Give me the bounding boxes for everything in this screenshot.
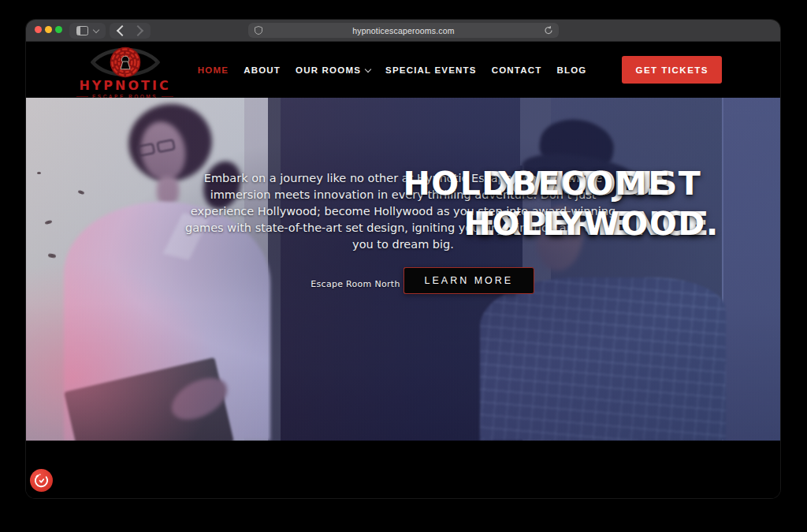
sidebar-icon	[76, 26, 88, 35]
learn-more-button[interactable]: LEARN MORE	[404, 267, 535, 294]
chevron-down-icon	[365, 65, 371, 72]
chevron-down-icon	[93, 26, 99, 32]
minimize-window-button[interactable]	[45, 26, 52, 33]
zoom-window-button[interactable]	[55, 26, 62, 33]
sidebar-toggle-button[interactable]	[69, 23, 106, 39]
nav-item-contact[interactable]: CONTACT	[492, 65, 542, 75]
logo-title: HYPNOTIC	[79, 78, 170, 93]
back-icon[interactable]	[117, 25, 128, 36]
close-window-button[interactable]	[35, 26, 42, 33]
reload-icon[interactable]	[544, 25, 553, 35]
hero-section: DON'T JUST EXPERIENCE HOLLYWOOD. BECOME …	[26, 98, 780, 441]
accessibility-icon	[34, 473, 49, 488]
nav-item-home[interactable]: HOME	[198, 65, 229, 75]
browser-toolbar: hypnoticescaperooms.com	[26, 20, 780, 42]
get-tickets-header-button[interactable]: GET TICKETS	[622, 56, 722, 84]
browser-window: hypnoticescaperooms.com	[26, 20, 780, 498]
nav-item-about[interactable]: ABOUT	[244, 65, 281, 75]
accessibility-widget-button[interactable]	[30, 469, 53, 492]
nav-item-blog[interactable]: BLOG	[556, 65, 586, 75]
history-nav-group	[110, 23, 151, 39]
privacy-shield-icon	[255, 26, 262, 35]
forward-icon[interactable]	[132, 25, 143, 36]
page-footer-area	[26, 441, 780, 498]
webpage-viewport: HYPNOTIC ESCAPE ROOMS HOME ABOUT OUR ROO…	[26, 42, 780, 498]
main-navigation: HOME ABOUT OUR ROOMS SPECIAL EVENTS CONT…	[198, 56, 722, 84]
address-bar[interactable]: hypnoticescaperooms.com	[248, 23, 559, 38]
nav-item-our-rooms[interactable]: OUR ROOMS	[296, 65, 370, 75]
site-logo[interactable]: HYPNOTIC ESCAPE ROOMS	[76, 44, 173, 99]
hero-content: DON'T JUST EXPERIENCE HOLLYWOOD. BECOME …	[26, 98, 780, 441]
nav-item-special-events[interactable]: SPECIAL EVENTS	[385, 65, 477, 75]
url-text: hypnoticescaperooms.com	[352, 26, 455, 35]
hypnotic-eye-keyhole-icon	[87, 44, 163, 80]
site-header: HYPNOTIC ESCAPE ROOMS HOME ABOUT OUR ROO…	[26, 42, 780, 98]
